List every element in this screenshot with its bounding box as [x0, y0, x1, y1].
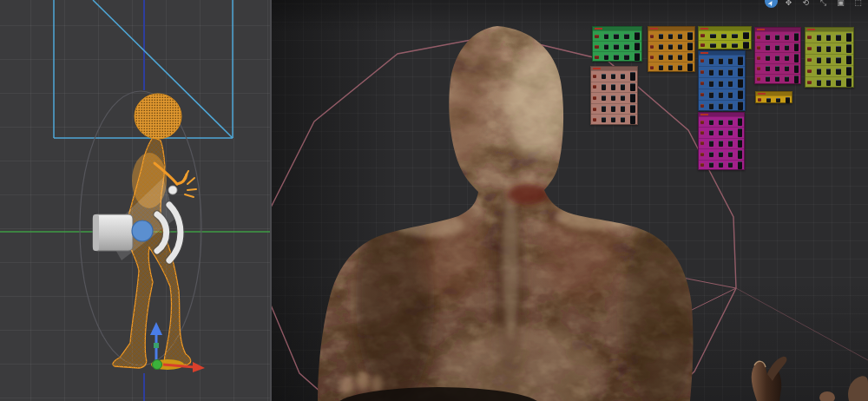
keyframe-mark[interactable]: [766, 66, 770, 71]
keyframe-mark-tall[interactable]: [846, 44, 852, 53]
keyframe-mark[interactable]: [659, 65, 663, 70]
group-orange[interactable]: [648, 26, 695, 72]
keyframe-mark[interactable]: [621, 117, 625, 123]
keyframe-mark[interactable]: [785, 45, 789, 50]
keyframe-mark[interactable]: [659, 44, 663, 49]
keyframe-mark[interactable]: [826, 57, 831, 63]
keyframe-mark-tall[interactable]: [738, 56, 743, 65]
keyframe-mark[interactable]: [775, 45, 779, 50]
keyframe-mark[interactable]: [709, 130, 713, 135]
keyframe-mark[interactable]: [611, 117, 615, 123]
keyframe-mark-tall[interactable]: [687, 63, 693, 71]
keyframe-mark[interactable]: [678, 44, 682, 49]
keyframe-mark[interactable]: [624, 34, 629, 39]
keyframe-mark[interactable]: [621, 84, 625, 90]
keyframe-mark[interactable]: [719, 69, 723, 76]
keyframe-mark-tall[interactable]: [630, 94, 635, 102]
keyframe-mark[interactable]: [611, 84, 615, 90]
keyframe-mark[interactable]: [709, 69, 713, 76]
keyframe-mark[interactable]: [604, 55, 609, 60]
keyframe-mark[interactable]: [836, 69, 840, 75]
group-olive-large[interactable]: [805, 27, 854, 88]
keyframe-mark[interactable]: [728, 120, 733, 125]
keyframe-mark-tall[interactable]: [846, 78, 852, 87]
keyframe-mark[interactable]: [668, 34, 673, 39]
keyframe-mark[interactable]: [602, 74, 606, 80]
keyframe-mark[interactable]: [621, 74, 625, 80]
keyframe-mark-tall[interactable]: [738, 140, 742, 148]
keyframe-mark[interactable]: [719, 141, 723, 146]
group-olive-small[interactable]: [698, 26, 752, 49]
keyframe-mark[interactable]: [817, 46, 821, 52]
keyframe-mark[interactable]: [611, 74, 615, 80]
keyframe-mark-tall[interactable]: [794, 76, 799, 83]
keyframe-mark[interactable]: [719, 103, 723, 109]
keyframe-mark-tall[interactable]: [794, 54, 799, 62]
keyframe-mark[interactable]: [775, 35, 779, 40]
keyframe-mark-tall[interactable]: [630, 83, 635, 92]
measure-icon[interactable]: ⬚: [852, 0, 865, 8]
keyframe-mark-tall[interactable]: [743, 32, 749, 39]
keyframe-mark[interactable]: [719, 81, 723, 87]
viewport-front-ortho[interactable]: [0, 0, 272, 401]
keyframe-mark[interactable]: [826, 46, 831, 52]
select-cursor-icon[interactable]: ➤: [765, 0, 778, 8]
keyframe-mark[interactable]: [817, 69, 821, 75]
keyframe-mark[interactable]: [775, 76, 779, 82]
keyframe-mark-tall[interactable]: [738, 90, 743, 99]
keyframe-mark[interactable]: [719, 120, 723, 125]
keyframe-mark[interactable]: [678, 34, 682, 39]
keyframe-mark[interactable]: [721, 34, 727, 38]
keyframe-mark-tall[interactable]: [738, 68, 743, 76]
keyframe-mark[interactable]: [728, 162, 733, 168]
keyframe-mark-tall[interactable]: [630, 105, 635, 114]
keyframe-mark[interactable]: [817, 80, 821, 86]
keyframe-mark[interactable]: [836, 46, 840, 52]
keyframe-mark-tall[interactable]: [687, 43, 693, 50]
keyframe-mark[interactable]: [678, 55, 682, 60]
keyframe-mark[interactable]: [826, 35, 831, 41]
keyframe-mark[interactable]: [766, 56, 770, 61]
keyframe-mark-tall[interactable]: [630, 115, 635, 124]
keyframe-mark[interactable]: [602, 95, 606, 102]
keyframe-mark-tall[interactable]: [738, 79, 743, 88]
keyframe-mark[interactable]: [728, 152, 733, 157]
keyframe-mark[interactable]: [709, 58, 713, 64]
keyframe-mark[interactable]: [678, 65, 682, 70]
keyframe-mark[interactable]: [602, 106, 606, 112]
keyframe-mark[interactable]: [709, 141, 713, 146]
keyframe-mark-tall[interactable]: [786, 97, 790, 103]
keyframe-mark-tall[interactable]: [794, 65, 799, 73]
keyframe-mark[interactable]: [766, 45, 770, 50]
group-salmon[interactable]: [590, 66, 638, 125]
keyframe-mark-tall[interactable]: [743, 42, 749, 49]
keyframe-mark[interactable]: [785, 35, 789, 40]
keyframe-mark[interactable]: [719, 162, 723, 168]
keyframe-mark[interactable]: [728, 103, 733, 109]
keyframe-mark-tall[interactable]: [846, 33, 852, 42]
keyframe-mark[interactable]: [775, 56, 779, 61]
keyframe-mark[interactable]: [709, 103, 713, 109]
keyframe-mark[interactable]: [766, 35, 770, 40]
keyframe-mark-tall[interactable]: [846, 67, 852, 76]
keyframe-mark[interactable]: [668, 55, 673, 60]
keyframe-mark[interactable]: [719, 152, 723, 157]
keyframe-mark[interactable]: [668, 65, 673, 70]
keyframe-mark-tall[interactable]: [635, 53, 640, 61]
keyframe-mark[interactable]: [728, 130, 733, 135]
keyframe-mark[interactable]: [766, 98, 771, 102]
keyframe-mark[interactable]: [614, 44, 619, 49]
keyframe-mark[interactable]: [728, 141, 733, 146]
keyframe-mark-tall[interactable]: [846, 56, 852, 64]
group-gold-strip[interactable]: [755, 91, 792, 103]
keyframe-mark[interactable]: [621, 106, 625, 112]
keyframe-mark[interactable]: [826, 69, 831, 75]
keyframe-mark[interactable]: [604, 34, 609, 39]
keyframe-mark[interactable]: [709, 152, 713, 157]
keyframe-mark-tall[interactable]: [635, 43, 640, 50]
keyframe-mark[interactable]: [836, 57, 840, 63]
keyframe-mark[interactable]: [624, 55, 629, 60]
keyframe-mark[interactable]: [766, 76, 770, 82]
keyframe-mark[interactable]: [719, 58, 723, 64]
keyframe-mark[interactable]: [721, 43, 727, 48]
